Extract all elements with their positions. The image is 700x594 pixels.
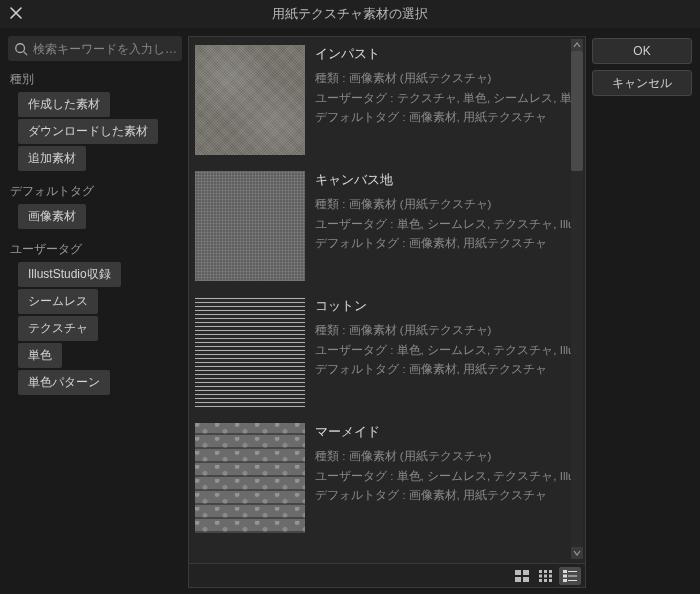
tag-mono-pattern[interactable]: 単色パターン bbox=[18, 370, 110, 395]
group-header: 種別 bbox=[8, 65, 182, 90]
svg-rect-20 bbox=[568, 580, 577, 581]
view-small-grid-icon[interactable] bbox=[535, 567, 557, 585]
view-detail-list-icon[interactable] bbox=[559, 567, 581, 585]
svg-rect-5 bbox=[523, 577, 529, 582]
svg-rect-13 bbox=[544, 579, 547, 582]
view-mode-bar bbox=[189, 563, 585, 587]
scrollbar[interactable] bbox=[571, 39, 583, 559]
svg-rect-6 bbox=[539, 570, 542, 573]
tag-created-material[interactable]: 作成した素材 bbox=[18, 92, 110, 117]
svg-rect-9 bbox=[539, 574, 542, 577]
cancel-button[interactable]: キャンセル bbox=[592, 70, 692, 96]
svg-rect-14 bbox=[549, 579, 552, 582]
svg-rect-19 bbox=[563, 579, 567, 582]
close-icon[interactable] bbox=[8, 6, 24, 22]
result-name: コットン bbox=[315, 297, 571, 315]
scroll-track[interactable] bbox=[571, 51, 583, 547]
result-thumbnail bbox=[195, 45, 305, 155]
result-info: マーメイド種類 : 画像素材 (用紙テクスチャ)ユーザータグ : 単色, シーム… bbox=[315, 423, 571, 533]
svg-rect-8 bbox=[549, 570, 552, 573]
result-user-tags: ユーザータグ : テクスチャ, 単色, シームレス, 単色パターン bbox=[315, 89, 571, 109]
scroll-thumb[interactable] bbox=[571, 51, 583, 171]
search-icon bbox=[14, 42, 28, 56]
dialog-title: 用紙テクスチャ素材の選択 bbox=[272, 5, 428, 23]
result-kind: 種類 : 画像素材 (用紙テクスチャ) bbox=[315, 321, 571, 341]
ok-button[interactable]: OK bbox=[592, 38, 692, 64]
sidebar-group-user-tags: ユーザータグ IllustStudio収録 シームレス テクスチャ 単色 単色パ… bbox=[8, 235, 182, 397]
tag-downloaded-material[interactable]: ダウンロードした素材 bbox=[18, 119, 158, 144]
scroll-up-icon[interactable] bbox=[571, 39, 583, 51]
result-item[interactable]: キャンバス地種類 : 画像素材 (用紙テクスチャ)ユーザータグ : 単色, シー… bbox=[189, 163, 585, 289]
result-name: インパスト bbox=[315, 45, 571, 63]
tag-mono[interactable]: 単色 bbox=[18, 343, 62, 368]
svg-rect-11 bbox=[549, 574, 552, 577]
group-header: デフォルトタグ bbox=[8, 177, 182, 202]
svg-rect-18 bbox=[568, 575, 577, 576]
svg-rect-17 bbox=[563, 574, 567, 577]
result-default-tags: デフォルトタグ : 画像素材, 用紙テクスチャ bbox=[315, 234, 571, 254]
search-field[interactable] bbox=[8, 36, 182, 61]
result-item[interactable]: インパスト種類 : 画像素材 (用紙テクスチャ)ユーザータグ : テクスチャ, … bbox=[189, 37, 585, 163]
svg-rect-12 bbox=[539, 579, 542, 582]
group-header: ユーザータグ bbox=[8, 235, 182, 260]
result-info: インパスト種類 : 画像素材 (用紙テクスチャ)ユーザータグ : テクスチャ, … bbox=[315, 45, 571, 155]
tag-seamless[interactable]: シームレス bbox=[18, 289, 98, 314]
result-default-tags: デフォルトタグ : 画像素材, 用紙テクスチャ bbox=[315, 486, 571, 506]
result-default-tags: デフォルトタグ : 画像素材, 用紙テクスチャ bbox=[315, 360, 571, 380]
result-default-tags: デフォルトタグ : 画像素材, 用紙テクスチャ bbox=[315, 108, 571, 128]
svg-line-1 bbox=[24, 51, 28, 55]
svg-rect-2 bbox=[515, 570, 521, 575]
result-kind: 種類 : 画像素材 (用紙テクスチャ) bbox=[315, 195, 571, 215]
svg-rect-16 bbox=[568, 571, 577, 572]
svg-rect-15 bbox=[563, 570, 567, 573]
result-user-tags: ユーザータグ : 単色, シームレス, テクスチャ, IllustStudio収… bbox=[315, 341, 571, 361]
scroll-down-icon[interactable] bbox=[571, 547, 583, 559]
tag-texture[interactable]: テクスチャ bbox=[18, 316, 98, 341]
result-info: キャンバス地種類 : 画像素材 (用紙テクスチャ)ユーザータグ : 単色, シー… bbox=[315, 171, 571, 281]
sidebar: 種別 作成した素材 ダウンロードした素材 追加素材 デフォルトタグ 画像素材 ユ… bbox=[8, 36, 182, 588]
result-thumbnail bbox=[195, 171, 305, 281]
results-panel: インパスト種類 : 画像素材 (用紙テクスチャ)ユーザータグ : テクスチャ, … bbox=[188, 36, 586, 588]
result-thumbnail bbox=[195, 423, 305, 533]
result-item[interactable]: マーメイド種類 : 画像素材 (用紙テクスチャ)ユーザータグ : 単色, シーム… bbox=[189, 415, 585, 541]
tag-illuststudio[interactable]: IllustStudio収録 bbox=[18, 262, 121, 287]
result-kind: 種類 : 画像素材 (用紙テクスチャ) bbox=[315, 447, 571, 467]
results-list: インパスト種類 : 画像素材 (用紙テクスチャ)ユーザータグ : テクスチャ, … bbox=[189, 37, 585, 563]
svg-rect-4 bbox=[515, 577, 521, 582]
sidebar-group-kind: 種別 作成した素材 ダウンロードした素材 追加素材 bbox=[8, 65, 182, 173]
tag-image-material[interactable]: 画像素材 bbox=[18, 204, 86, 229]
result-item[interactable]: コットン種類 : 画像素材 (用紙テクスチャ)ユーザータグ : 単色, シームレ… bbox=[189, 289, 585, 415]
svg-rect-7 bbox=[544, 570, 547, 573]
result-name: キャンバス地 bbox=[315, 171, 571, 189]
svg-rect-10 bbox=[544, 574, 547, 577]
search-input[interactable] bbox=[33, 42, 176, 56]
dialog-buttons: OK キャンセル bbox=[592, 36, 692, 588]
title-bar: 用紙テクスチャ素材の選択 bbox=[0, 0, 700, 28]
sidebar-group-default-tags: デフォルトタグ 画像素材 bbox=[8, 177, 182, 231]
result-kind: 種類 : 画像素材 (用紙テクスチャ) bbox=[315, 69, 571, 89]
result-user-tags: ユーザータグ : 単色, シームレス, テクスチャ, IllustStudio収… bbox=[315, 215, 571, 235]
svg-point-0 bbox=[16, 43, 25, 52]
view-large-grid-icon[interactable] bbox=[511, 567, 533, 585]
result-thumbnail bbox=[195, 297, 305, 407]
tag-additional-material[interactable]: 追加素材 bbox=[18, 146, 86, 171]
result-user-tags: ユーザータグ : 単色, シームレス, テクスチャ, IllustStudio収… bbox=[315, 467, 571, 487]
result-info: コットン種類 : 画像素材 (用紙テクスチャ)ユーザータグ : 単色, シームレ… bbox=[315, 297, 571, 407]
result-name: マーメイド bbox=[315, 423, 571, 441]
svg-rect-3 bbox=[523, 570, 529, 575]
